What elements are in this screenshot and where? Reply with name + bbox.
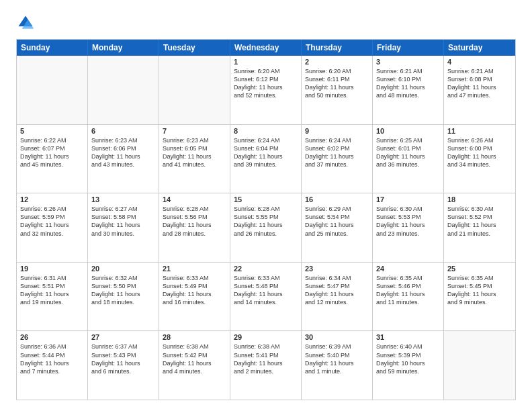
cell-info: Sunrise: 6:22 AM Sunset: 6:07 PM Dayligh…	[20, 136, 84, 169]
day-number: 9	[305, 127, 369, 135]
calendar-cell	[444, 331, 515, 400]
cell-info: Sunrise: 6:20 AM Sunset: 6:11 PM Dayligh…	[305, 67, 369, 100]
logo-icon	[16, 13, 35, 32]
calendar-header-cell: Thursday	[302, 40, 373, 56]
calendar-cell: 7Sunrise: 6:23 AM Sunset: 6:05 PM Daylig…	[159, 125, 230, 193]
cell-info: Sunrise: 6:32 AM Sunset: 5:50 PM Dayligh…	[91, 274, 155, 307]
calendar-cell: 17Sunrise: 6:30 AM Sunset: 5:53 PM Dayli…	[373, 193, 444, 262]
day-number: 13	[91, 195, 155, 203]
day-number: 16	[305, 195, 369, 203]
day-number: 2	[305, 58, 369, 66]
calendar-cell: 6Sunrise: 6:23 AM Sunset: 6:06 PM Daylig…	[88, 125, 159, 193]
cell-info: Sunrise: 6:23 AM Sunset: 6:06 PM Dayligh…	[91, 136, 155, 169]
page: SundayMondayTuesdayWednesdayThursdayFrid…	[0, 0, 532, 411]
day-number: 14	[163, 195, 226, 203]
cell-info: Sunrise: 6:36 AM Sunset: 5:44 PM Dayligh…	[20, 342, 84, 375]
calendar-cell: 9Sunrise: 6:24 AM Sunset: 6:02 PM Daylig…	[302, 125, 373, 193]
day-number: 31	[376, 333, 440, 341]
cell-info: Sunrise: 6:28 AM Sunset: 5:55 PM Dayligh…	[234, 205, 298, 238]
day-number: 11	[447, 127, 512, 135]
cell-info: Sunrise: 6:21 AM Sunset: 6:08 PM Dayligh…	[447, 67, 512, 100]
cell-info: Sunrise: 6:20 AM Sunset: 6:12 PM Dayligh…	[234, 67, 298, 100]
calendar-cell: 31Sunrise: 6:40 AM Sunset: 5:39 PM Dayli…	[373, 331, 444, 400]
cell-info: Sunrise: 6:33 AM Sunset: 5:49 PM Dayligh…	[163, 274, 226, 307]
day-number: 15	[234, 195, 298, 203]
cell-info: Sunrise: 6:30 AM Sunset: 5:53 PM Dayligh…	[376, 205, 440, 238]
cell-info: Sunrise: 6:40 AM Sunset: 5:39 PM Dayligh…	[376, 342, 440, 375]
cell-info: Sunrise: 6:39 AM Sunset: 5:40 PM Dayligh…	[305, 342, 369, 375]
day-number: 3	[376, 58, 440, 66]
calendar-header-cell: Sunday	[17, 40, 88, 56]
day-number: 8	[234, 127, 298, 135]
calendar-header-cell: Saturday	[444, 40, 515, 56]
calendar-cell: 5Sunrise: 6:22 AM Sunset: 6:07 PM Daylig…	[17, 125, 88, 193]
calendar-cell: 28Sunrise: 6:38 AM Sunset: 5:42 PM Dayli…	[159, 331, 230, 400]
day-number: 19	[20, 265, 84, 273]
cell-info: Sunrise: 6:38 AM Sunset: 5:41 PM Dayligh…	[234, 342, 298, 375]
day-number: 26	[20, 333, 84, 341]
calendar-cell: 4Sunrise: 6:21 AM Sunset: 6:08 PM Daylig…	[444, 56, 515, 124]
day-number: 21	[163, 265, 226, 273]
calendar-row: 19Sunrise: 6:31 AM Sunset: 5:51 PM Dayli…	[17, 262, 515, 331]
calendar-cell: 18Sunrise: 6:30 AM Sunset: 5:52 PM Dayli…	[444, 193, 515, 262]
cell-info: Sunrise: 6:35 AM Sunset: 5:45 PM Dayligh…	[447, 274, 512, 307]
calendar-cell: 12Sunrise: 6:26 AM Sunset: 5:59 PM Dayli…	[17, 193, 88, 262]
calendar-row: 12Sunrise: 6:26 AM Sunset: 5:59 PM Dayli…	[17, 193, 515, 262]
day-number: 10	[376, 127, 440, 135]
calendar-body: 1Sunrise: 6:20 AM Sunset: 6:12 PM Daylig…	[17, 56, 515, 400]
day-number: 30	[305, 333, 369, 341]
calendar-header-cell: Friday	[373, 40, 444, 56]
calendar-cell: 10Sunrise: 6:25 AM Sunset: 6:01 PM Dayli…	[373, 125, 444, 193]
cell-info: Sunrise: 6:33 AM Sunset: 5:48 PM Dayligh…	[234, 274, 298, 307]
header	[16, 13, 516, 32]
cell-info: Sunrise: 6:28 AM Sunset: 5:56 PM Dayligh…	[163, 205, 226, 238]
cell-info: Sunrise: 6:30 AM Sunset: 5:52 PM Dayligh…	[447, 205, 512, 238]
calendar-cell	[88, 56, 159, 124]
calendar-cell: 23Sunrise: 6:34 AM Sunset: 5:47 PM Dayli…	[302, 263, 373, 331]
day-number: 29	[234, 333, 298, 341]
calendar-cell: 1Sunrise: 6:20 AM Sunset: 6:12 PM Daylig…	[230, 56, 302, 124]
cell-info: Sunrise: 6:24 AM Sunset: 6:02 PM Dayligh…	[305, 136, 369, 169]
cell-info: Sunrise: 6:38 AM Sunset: 5:42 PM Dayligh…	[163, 342, 226, 375]
calendar: SundayMondayTuesdayWednesdayThursdayFrid…	[16, 39, 516, 400]
calendar-cell: 27Sunrise: 6:37 AM Sunset: 5:43 PM Dayli…	[88, 331, 159, 400]
calendar-header: SundayMondayTuesdayWednesdayThursdayFrid…	[17, 40, 515, 56]
calendar-row: 26Sunrise: 6:36 AM Sunset: 5:44 PM Dayli…	[17, 330, 515, 400]
calendar-cell: 8Sunrise: 6:24 AM Sunset: 6:04 PM Daylig…	[230, 125, 302, 193]
calendar-header-cell: Monday	[88, 40, 159, 56]
calendar-cell: 3Sunrise: 6:21 AM Sunset: 6:10 PM Daylig…	[373, 56, 444, 124]
calendar-row: 5Sunrise: 6:22 AM Sunset: 6:07 PM Daylig…	[17, 124, 515, 193]
day-number: 5	[20, 127, 84, 135]
day-number: 27	[91, 333, 155, 341]
cell-info: Sunrise: 6:21 AM Sunset: 6:10 PM Dayligh…	[376, 67, 440, 100]
cell-info: Sunrise: 6:25 AM Sunset: 6:01 PM Dayligh…	[376, 136, 440, 169]
day-number: 7	[163, 127, 226, 135]
day-number: 17	[376, 195, 440, 203]
day-number: 4	[447, 58, 512, 66]
calendar-cell	[17, 56, 88, 124]
calendar-cell	[159, 56, 230, 124]
calendar-cell: 30Sunrise: 6:39 AM Sunset: 5:40 PM Dayli…	[302, 331, 373, 400]
day-number: 20	[91, 265, 155, 273]
calendar-cell: 14Sunrise: 6:28 AM Sunset: 5:56 PM Dayli…	[159, 193, 230, 262]
cell-info: Sunrise: 6:31 AM Sunset: 5:51 PM Dayligh…	[20, 274, 84, 307]
calendar-cell: 20Sunrise: 6:32 AM Sunset: 5:50 PM Dayli…	[88, 263, 159, 331]
day-number: 23	[305, 265, 369, 273]
calendar-cell: 25Sunrise: 6:35 AM Sunset: 5:45 PM Dayli…	[444, 263, 515, 331]
cell-info: Sunrise: 6:24 AM Sunset: 6:04 PM Dayligh…	[234, 136, 298, 169]
day-number: 18	[447, 195, 512, 203]
cell-info: Sunrise: 6:26 AM Sunset: 6:00 PM Dayligh…	[447, 136, 512, 169]
calendar-cell: 11Sunrise: 6:26 AM Sunset: 6:00 PM Dayli…	[444, 125, 515, 193]
cell-info: Sunrise: 6:34 AM Sunset: 5:47 PM Dayligh…	[305, 274, 369, 307]
calendar-cell: 29Sunrise: 6:38 AM Sunset: 5:41 PM Dayli…	[230, 331, 302, 400]
day-number: 28	[163, 333, 226, 341]
calendar-row: 1Sunrise: 6:20 AM Sunset: 6:12 PM Daylig…	[17, 56, 515, 124]
calendar-cell: 2Sunrise: 6:20 AM Sunset: 6:11 PM Daylig…	[302, 56, 373, 124]
day-number: 24	[376, 265, 440, 273]
cell-info: Sunrise: 6:35 AM Sunset: 5:46 PM Dayligh…	[376, 274, 440, 307]
logo	[16, 13, 38, 32]
day-number: 6	[91, 127, 155, 135]
cell-info: Sunrise: 6:29 AM Sunset: 5:54 PM Dayligh…	[305, 205, 369, 238]
cell-info: Sunrise: 6:37 AM Sunset: 5:43 PM Dayligh…	[91, 342, 155, 375]
calendar-cell: 26Sunrise: 6:36 AM Sunset: 5:44 PM Dayli…	[17, 331, 88, 400]
